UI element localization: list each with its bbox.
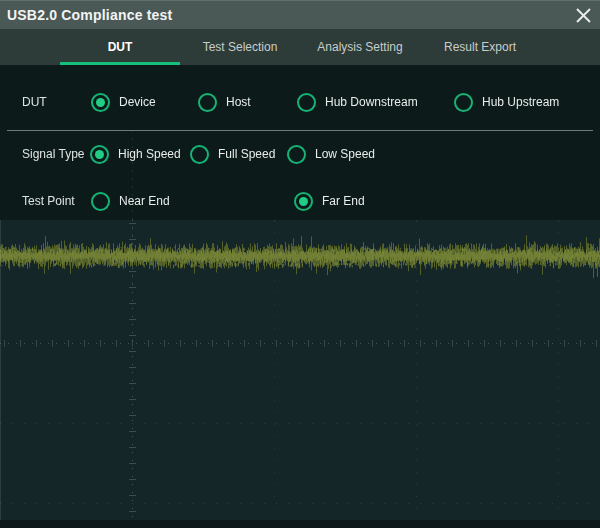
tab-bar: DUT Test Selection Analysis Setting Resu…	[0, 29, 600, 65]
radio-icon	[287, 145, 306, 164]
radio-icon	[294, 192, 313, 211]
radio-label: Far End	[322, 194, 365, 208]
graticule-hline	[0, 503, 600, 504]
tab-test-selection[interactable]: Test Selection	[180, 29, 300, 65]
radio-near-end[interactable]: Near End	[91, 187, 170, 215]
scope-bottom-edge	[0, 520, 600, 528]
signal-type-row: Signal Type High Speed Full Speed Low Sp…	[0, 140, 600, 168]
test-point-row-label: Test Point	[22, 187, 75, 215]
radio-label: Host	[226, 95, 251, 109]
usb-compliance-dialog: USB2.0 Compliance test DUT Test Selectio…	[0, 0, 600, 528]
row-separator	[7, 130, 593, 131]
radio-hub-upstream[interactable]: Hub Upstream	[454, 88, 559, 116]
radio-icon	[297, 93, 316, 112]
dialog-title: USB2.0 Compliance test	[7, 7, 172, 23]
graticule-haxis-ticks	[4, 340, 600, 347]
test-point-row: Test Point Near End Far End	[0, 187, 600, 215]
radio-label: Low Speed	[315, 147, 375, 161]
dut-row: DUT Device Host Hub Downstream Hub Upstr…	[0, 88, 600, 116]
tab-dut[interactable]: DUT	[60, 29, 180, 65]
radio-label: Hub Downstream	[325, 95, 418, 109]
radio-hub-downstream[interactable]: Hub Downstream	[297, 88, 418, 116]
radio-high-speed[interactable]: High Speed	[90, 140, 181, 168]
radio-device[interactable]: Device	[91, 88, 156, 116]
waveform-trace	[0, 226, 600, 286]
radio-host[interactable]: Host	[198, 88, 251, 116]
radio-icon	[198, 93, 217, 112]
radio-icon	[190, 145, 209, 164]
radio-icon	[91, 192, 110, 211]
radio-low-speed[interactable]: Low Speed	[287, 140, 375, 168]
radio-icon	[454, 93, 473, 112]
close-button[interactable]	[569, 1, 597, 30]
signal-type-row-label: Signal Type	[22, 140, 85, 168]
radio-icon	[91, 93, 110, 112]
dialog-content: DUT Device Host Hub Downstream Hub Upstr…	[0, 65, 600, 220]
radio-far-end[interactable]: Far End	[294, 187, 365, 215]
dut-row-label: DUT	[22, 88, 47, 116]
dialog-titlebar[interactable]: USB2.0 Compliance test	[0, 0, 600, 29]
radio-label: Device	[119, 95, 156, 109]
radio-full-speed[interactable]: Full Speed	[190, 140, 275, 168]
scope-display-area	[0, 220, 600, 528]
close-icon	[575, 7, 592, 24]
tab-analysis-setting[interactable]: Analysis Setting	[300, 29, 420, 65]
radio-icon	[90, 145, 109, 164]
radio-label: Hub Upstream	[482, 95, 559, 109]
graticule-hline	[0, 423, 600, 424]
radio-label: Near End	[119, 194, 170, 208]
radio-label: Full Speed	[218, 147, 275, 161]
tab-result-export[interactable]: Result Export	[420, 29, 540, 65]
radio-label: High Speed	[118, 147, 181, 161]
